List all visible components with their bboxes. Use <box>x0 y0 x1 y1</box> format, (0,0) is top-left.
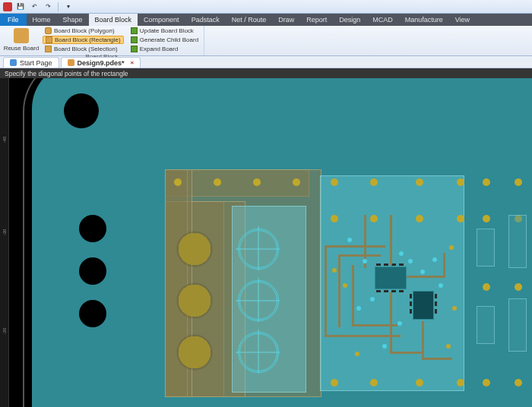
tab-padstack[interactable]: Padstack <box>185 14 226 26</box>
via-pad <box>332 268 337 273</box>
via-pad <box>355 352 359 356</box>
ic-body <box>375 267 407 289</box>
tab-manufacture[interactable]: Manufacture <box>399 14 449 26</box>
via-pad <box>446 344 451 349</box>
update-board-block-button[interactable]: Update Board Block <box>128 27 201 35</box>
via <box>420 270 425 274</box>
ribbon-group-board-block: Reuse Board Board Block (Polygon) Update… <box>0 26 204 55</box>
via <box>363 259 367 263</box>
ruler-tick: -30 <box>2 228 7 237</box>
board-block-rectangle-button[interactable]: Board Block (Rectangle) <box>43 36 124 44</box>
ruler-tick: -20 <box>2 327 7 336</box>
via-pad <box>253 178 261 186</box>
quick-access-toolbar: 💾 ↶ ↷ ▾ <box>0 0 532 14</box>
tab-net-route[interactable]: Net / Route <box>226 14 273 26</box>
trace <box>422 358 452 360</box>
fiducial-ring <box>239 333 277 371</box>
qat-redo-icon[interactable]: ↷ <box>43 2 53 12</box>
qat-save-icon[interactable]: 💾 <box>15 2 26 12</box>
via-pad <box>416 215 423 222</box>
ic-pin <box>410 301 412 306</box>
trace <box>422 321 424 359</box>
qat-undo-icon[interactable]: ↶ <box>29 2 40 12</box>
file-tab[interactable]: File <box>0 14 27 26</box>
tab-report[interactable]: Report <box>300 14 333 26</box>
expand-board-button[interactable]: Expand Board <box>128 45 201 53</box>
via-pad <box>174 178 182 186</box>
tab-home[interactable]: Home <box>27 14 57 26</box>
via <box>439 283 443 288</box>
ic-pin <box>435 309 437 314</box>
command-prompt-text: Specify the diagonal points of the recta… <box>5 70 128 77</box>
doc-tab-start-page[interactable]: Start Page <box>3 57 59 68</box>
trace <box>390 352 423 354</box>
via-pad <box>483 178 490 186</box>
ic-pin <box>376 263 381 266</box>
expand-board-label: Expand Board <box>140 46 179 52</box>
via-pad <box>457 178 464 186</box>
reuse-board-icon <box>14 28 29 43</box>
smd-pad <box>508 298 527 352</box>
tab-component[interactable]: Component <box>138 14 185 26</box>
tab-design[interactable]: Design <box>333 14 366 26</box>
via-pad <box>483 215 490 222</box>
home-icon <box>10 59 17 66</box>
board-block-rectangle-label: Board Block (Rectangle) <box>55 36 121 43</box>
tab-mcad[interactable]: MCAD <box>366 14 399 26</box>
via-pad <box>416 178 423 186</box>
via-pad <box>370 215 378 222</box>
fiducial-ring <box>239 282 277 320</box>
via-pad <box>331 215 338 222</box>
via-pad <box>457 215 464 222</box>
via-pad <box>483 379 490 386</box>
close-icon[interactable]: × <box>131 59 135 66</box>
board-block-selection-label: Board Block (Selection) <box>54 46 118 52</box>
ic-pin <box>376 290 381 292</box>
qat-dropdown-icon[interactable]: ▾ <box>63 2 74 12</box>
via <box>347 238 352 242</box>
mounting-hole <box>79 257 106 285</box>
via <box>370 297 375 301</box>
ribbon-tab-strip: File Home Shape Board Block Component Pa… <box>0 14 532 26</box>
trace <box>390 292 392 353</box>
trace <box>325 245 385 248</box>
design-canvas-area[interactable]: -40 -30 -20 <box>0 78 532 407</box>
ribbon-panel: Reuse Board Board Block (Polygon) Update… <box>0 26 532 56</box>
ic-body <box>413 291 434 320</box>
trace <box>338 254 381 257</box>
doc-tab-design[interactable]: Design9.pdes* × <box>61 57 141 68</box>
via-pad <box>457 379 464 386</box>
tab-view[interactable]: View <box>449 14 476 26</box>
ic-pin <box>435 294 437 298</box>
trace <box>407 276 445 278</box>
board-block-polygon-button[interactable]: Board Block (Polygon) <box>43 27 124 35</box>
trace <box>390 215 392 265</box>
via-pad <box>515 283 522 291</box>
mounting-hole <box>64 93 99 128</box>
vertical-ruler: -40 -30 -20 <box>0 78 9 407</box>
via-pad <box>452 306 457 311</box>
board-block-small-buttons: Board Block (Polygon) Update Board Block… <box>43 27 201 53</box>
generate-child-board-button[interactable]: Generate Child Board <box>128 36 201 44</box>
update-board-block-label: Update Board Block <box>140 27 194 34</box>
via <box>397 321 402 326</box>
via-pad <box>515 379 522 386</box>
rectangle-icon <box>46 36 52 43</box>
ic-pin <box>384 290 388 292</box>
via <box>408 259 413 263</box>
board-block-selection-button[interactable]: Board Block (Selection) <box>43 45 124 53</box>
reuse-board-button[interactable]: Reuse Board <box>3 27 40 53</box>
tab-shape[interactable]: Shape <box>57 14 89 26</box>
pcb-canvas[interactable] <box>9 78 532 407</box>
thru-hole-pad <box>176 333 214 371</box>
tab-draw[interactable]: Draw <box>272 14 300 26</box>
thru-hole-pad <box>176 230 214 268</box>
tab-board-block[interactable]: Board Block <box>89 14 138 26</box>
child-board-icon <box>131 36 138 43</box>
via <box>399 251 404 256</box>
ruler-tick: -40 <box>2 135 7 144</box>
via-pad <box>449 245 454 250</box>
command-prompt-bar: Specify the diagonal points of the recta… <box>0 68 532 78</box>
via-pad <box>483 283 490 291</box>
via-pad <box>293 178 300 186</box>
